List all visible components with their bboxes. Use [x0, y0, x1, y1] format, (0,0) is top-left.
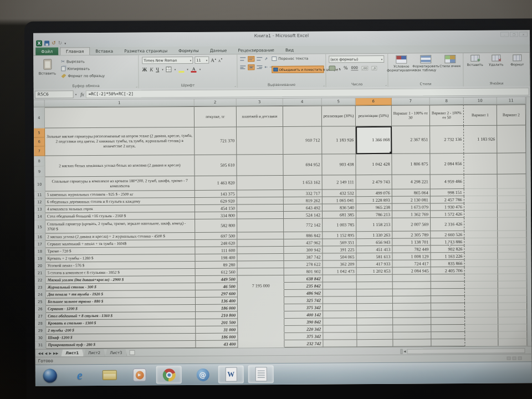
cell[interactable] — [465, 289, 498, 296]
cell[interactable] — [465, 282, 498, 289]
cell[interactable] — [357, 289, 393, 296]
taskbar-explorer-folder[interactable] — [100, 366, 120, 384]
taskbar-start-orb[interactable] — [40, 366, 60, 384]
cell[interactable] — [237, 212, 284, 219]
cell[interactable] — [323, 304, 357, 311]
cell[interactable]: 297 600 — [196, 290, 238, 298]
cell[interactable] — [497, 153, 526, 174]
cell[interactable] — [393, 310, 431, 318]
row-header-24[interactable]: 24 — [35, 291, 46, 299]
cell[interactable] — [431, 310, 465, 318]
cell[interactable] — [237, 155, 283, 176]
cell[interactable]: реализации (30%) — [322, 105, 356, 126]
row-header-20[interactable]: 20 — [35, 263, 46, 270]
cell[interactable]: 2 732 136 — [430, 126, 464, 154]
cell[interactable] — [357, 282, 393, 289]
cell[interactable] — [238, 261, 284, 269]
row-header-26[interactable]: 26 — [35, 306, 46, 313]
cell[interactable] — [237, 239, 284, 247]
underline-dropdown-icon[interactable]: ▾ — [162, 68, 163, 71]
cell[interactable]: 782 449 — [392, 245, 431, 253]
cell[interactable]: Вариант 1 - 100% от 30 — [392, 105, 430, 126]
cell[interactable]: 1 463 820 — [195, 176, 237, 191]
select-all-corner[interactable] — [34, 100, 45, 108]
taskbar-mailru-agent[interactable]: @ — [193, 366, 213, 383]
cell[interactable] — [464, 154, 497, 175]
cell[interactable]: 4 298 221 — [392, 175, 431, 189]
row-header-9[interactable]: 9 — [34, 167, 45, 177]
cell[interactable] — [464, 203, 498, 211]
cell[interactable]: 629 920 — [195, 198, 237, 205]
cell[interactable]: 4 959 486 — [431, 175, 464, 189]
taskbar-word[interactable]: W — [218, 365, 244, 383]
undo-icon[interactable]: ↺ — [52, 41, 56, 46]
cell[interactable] — [498, 274, 527, 281]
grow-font-button[interactable]: А▲ — [211, 57, 217, 63]
cell[interactable] — [393, 303, 431, 310]
cell[interactable] — [237, 247, 284, 254]
cell[interactable] — [323, 325, 357, 332]
cell[interactable]: 300 942 — [284, 247, 323, 254]
format-as-table-button[interactable]: Форматировать как таблицу — [413, 55, 438, 72]
cell[interactable] — [498, 245, 526, 252]
insert-sheet-button[interactable] — [129, 350, 135, 355]
column-header-4[interactable]: 4 — [283, 99, 322, 106]
cell[interactable]: 391 225 — [323, 246, 356, 253]
cell[interactable] — [323, 289, 357, 296]
cell[interactable]: 2 367 851 — [392, 126, 430, 154]
cell[interactable] — [431, 332, 465, 339]
cell[interactable]: 1 065 041 — [323, 197, 356, 204]
cell[interactable] — [237, 127, 283, 155]
cell[interactable] — [465, 318, 498, 325]
row-header-31[interactable]: 31 — [35, 342, 46, 349]
cell[interactable] — [323, 332, 357, 340]
cell[interactable] — [393, 339, 431, 346]
comma-style-button[interactable]: 000 — [351, 65, 357, 70]
cell[interactable]: 2 457 786 — [431, 196, 464, 203]
cell[interactable]: 910 712 — [283, 127, 322, 155]
cell[interactable] — [465, 303, 498, 310]
cell[interactable]: 432 532 — [323, 190, 356, 197]
cell[interactable] — [498, 217, 526, 231]
cell[interactable] — [464, 238, 498, 245]
cell[interactable]: 2 149 111 — [323, 175, 356, 190]
cell[interactable]: 375 342 — [284, 333, 323, 340]
cell[interactable] — [465, 332, 498, 339]
cell[interactable]: 334 800 — [195, 212, 237, 219]
cell[interactable]: Вариант 2 — [497, 104, 526, 125]
cell[interactable]: 375 342 — [284, 304, 323, 311]
fx-icon[interactable]: fx — [80, 91, 84, 97]
cell[interactable]: 43 400 — [196, 341, 238, 348]
cell[interactable] — [464, 231, 498, 238]
split-handle[interactable] — [400, 349, 402, 354]
cell[interactable]: 1 930 476 — [431, 203, 464, 211]
row-header-22[interactable]: 22 — [35, 277, 46, 284]
cell[interactable]: 31 000 — [196, 326, 238, 334]
cell[interactable]: 2 084 945 — [393, 267, 431, 274]
cell[interactable] — [357, 318, 393, 325]
cell[interactable]: 325 742 — [284, 297, 323, 304]
cell[interactable]: 1 008 129 — [392, 253, 431, 260]
cell[interactable]: Вариант 2 - 100% от 50 — [430, 105, 464, 126]
cell[interactable] — [45, 106, 195, 129]
cell[interactable] — [464, 218, 498, 231]
align-center-icon[interactable] — [248, 64, 254, 70]
cell[interactable]: 2 007 569 — [392, 218, 431, 231]
format-painter-button[interactable]: Формат по образцу — [61, 72, 105, 79]
cell[interactable] — [393, 325, 431, 332]
cell[interactable] — [237, 204, 284, 212]
cell[interactable] — [323, 318, 357, 325]
cell[interactable]: 1 183 926 — [464, 126, 497, 154]
bold-button[interactable]: Ж — [142, 66, 147, 72]
cell[interactable]: 819 262 — [284, 197, 323, 204]
cell[interactable] — [464, 253, 498, 260]
copy-button[interactable]: Копировать — [61, 65, 105, 72]
cell[interactable] — [357, 275, 393, 282]
cell[interactable]: 2 130 081 — [392, 196, 431, 203]
font-color-icon[interactable]: А — [191, 66, 197, 72]
cell[interactable]: 201 500 — [196, 319, 238, 326]
row-header-29[interactable]: 29 — [35, 328, 46, 335]
align-right-icon[interactable] — [256, 64, 263, 70]
fill-dropdown-icon[interactable]: ▾ — [187, 68, 188, 71]
cell[interactable]: 210 800 — [196, 312, 238, 319]
